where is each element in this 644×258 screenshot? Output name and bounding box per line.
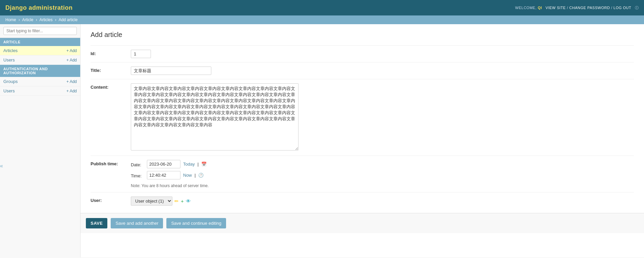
sidebar-filter-input[interactable]: [3, 27, 77, 35]
field-id-wrapper: [131, 50, 634, 58]
welcome-text: WELCOME,: [515, 6, 537, 10]
content-textarea[interactable]: [131, 83, 299, 150]
page-title: Add article: [91, 31, 634, 39]
sidebar-item-articles[interactable]: Articles + Add: [0, 46, 80, 55]
breadcrumb-home[interactable]: Home: [5, 17, 16, 22]
add-user-icon[interactable]: +: [181, 198, 184, 204]
log-out-link[interactable]: LOG OUT: [613, 6, 631, 10]
sidebar-item-users-article-add[interactable]: + Add: [66, 58, 77, 62]
username: QI: [538, 6, 542, 10]
edit-user-icon[interactable]: ✏: [174, 198, 179, 204]
clock-icon: 🕐: [198, 173, 204, 178]
sidebar-collapse-button[interactable]: «: [0, 163, 3, 169]
breadcrumb-app[interactable]: Article: [22, 17, 33, 22]
field-user: User: User object (1) ✏ + 👁: [91, 192, 634, 210]
header: Django administration WELCOME, QI VIEW S…: [0, 0, 644, 15]
today-link[interactable]: Today: [183, 162, 195, 167]
time-row: Time: Now | 🕐: [131, 171, 634, 179]
main-layout: ARTICLE Articles + Add Users + Add AUTHE…: [0, 24, 644, 257]
datetime-row: Date: Today | 📅 Time: Now | 🕐 Note: You …: [131, 160, 634, 188]
save-and-continue-button[interactable]: Save and continue editing: [166, 218, 226, 228]
field-user-wrapper: User object (1) ✏ + 👁: [131, 197, 634, 206]
sidebar-section-article: ARTICLE Articles + Add Users + Add: [0, 38, 80, 65]
field-id-label: Id:: [91, 50, 131, 56]
sidebar-item-articles-label: Articles: [3, 48, 18, 53]
sidebar-item-groups-add[interactable]: + Add: [66, 79, 77, 84]
field-publish-time: Publish time: Date: Today | 📅 Time: Now: [91, 156, 634, 192]
sidebar: ARTICLE Articles + Add Users + Add AUTHE…: [0, 24, 80, 257]
save-and-add-button[interactable]: Save and add another: [111, 218, 163, 228]
field-user-label: User:: [91, 197, 131, 203]
field-content-label: Content:: [91, 83, 131, 90]
breadcrumbs: Home › Article › Articles › Add article: [0, 15, 644, 24]
site-title: Django administration: [5, 4, 73, 11]
sidebar-item-users-auth-label: Users: [3, 88, 15, 93]
help-icon: ⓘ: [635, 6, 639, 10]
date-row: Date: Today | 📅: [131, 160, 634, 168]
title-input[interactable]: [131, 67, 211, 75]
id-input[interactable]: [131, 50, 151, 58]
field-title-label: Title:: [91, 67, 131, 73]
field-title: Title:: [91, 62, 634, 79]
breadcrumb-model[interactable]: Articles: [39, 17, 52, 22]
change-password-link[interactable]: CHANGE PASSWORD: [569, 6, 610, 10]
main-content: Add article Id: Title: Content: Publish …: [80, 24, 644, 257]
time-label: Time:: [131, 172, 144, 178]
time-input[interactable]: [147, 171, 180, 179]
sidebar-item-users-auth-add[interactable]: + Add: [66, 89, 77, 93]
sidebar-item-articles-add[interactable]: + Add: [66, 48, 77, 53]
sidebar-item-users-auth[interactable]: Users + Add: [0, 86, 80, 96]
sidebar-item-users-article[interactable]: Users + Add: [0, 55, 80, 65]
field-publish-time-wrapper: Date: Today | 📅 Time: Now | 🕐 Note: You …: [131, 160, 634, 188]
sidebar-filter-wrapper: [0, 24, 80, 38]
view-user-icon[interactable]: 👁: [186, 198, 191, 204]
date-label: Date:: [131, 161, 144, 167]
user-tools: WELCOME, QI VIEW SITE / CHANGE PASSWORD …: [515, 5, 639, 10]
date-input[interactable]: [147, 160, 180, 168]
user-select-wrapper: User object (1) ✏ + 👁: [131, 197, 634, 206]
sidebar-item-groups[interactable]: Groups + Add: [0, 77, 80, 86]
sidebar-section-auth: AUTHENTICATION AND AUTHORIZATION Groups …: [0, 65, 80, 96]
submit-row: SAVE Save and add another Save and conti…: [80, 213, 644, 233]
breadcrumb-current: Add article: [59, 17, 78, 22]
field-title-wrapper: [131, 67, 634, 75]
field-id: Id:: [91, 45, 634, 62]
sidebar-item-users-article-label: Users: [3, 57, 15, 62]
sidebar-item-groups-label: Groups: [3, 79, 18, 84]
time-note: Note: You are 8 hours ahead of server ti…: [131, 183, 634, 188]
view-site-link[interactable]: VIEW SITE: [546, 6, 566, 10]
now-link[interactable]: Now: [183, 173, 192, 178]
save-button[interactable]: SAVE: [86, 218, 107, 228]
field-content-wrapper: [131, 83, 634, 152]
sidebar-section-title-auth: AUTHENTICATION AND AUTHORIZATION: [0, 65, 80, 77]
field-content: Content:: [91, 79, 634, 156]
calendar-icon[interactable]: 📅: [201, 162, 207, 167]
user-select[interactable]: User object (1): [131, 197, 172, 206]
sidebar-section-title-article: ARTICLE: [0, 38, 80, 46]
field-publish-time-label: Publish time:: [91, 160, 131, 166]
